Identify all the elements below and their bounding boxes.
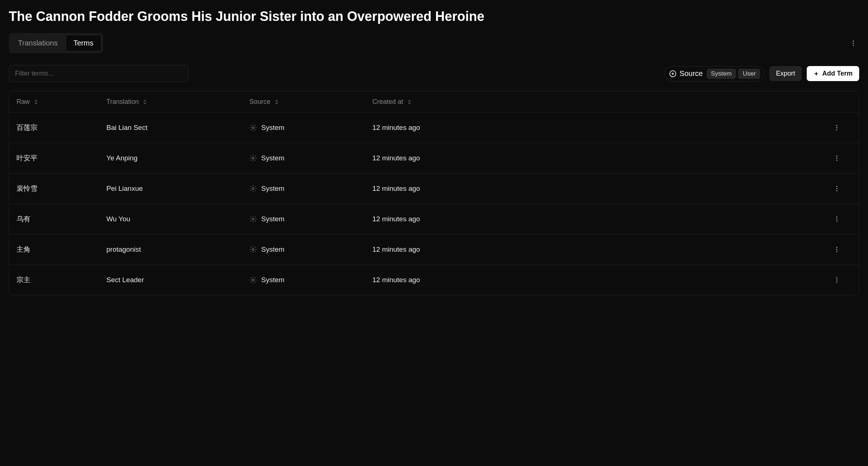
gear-icon [249,124,257,131]
cell-translation: Wu You [106,215,249,223]
svg-point-23 [836,221,837,222]
add-term-button[interactable]: Add Term [807,66,859,81]
svg-point-24 [252,249,254,251]
cell-raw: 宗主 [17,275,106,285]
row-more-icon[interactable] [822,215,851,223]
column-translation-label: Translation [106,98,139,106]
table-row: 百莲宗Bai Lian SectSystem12 minutes ago [9,113,859,143]
column-translation[interactable]: Translation [106,98,249,106]
row-more-icon[interactable] [822,276,851,284]
page-title: The Cannon Fodder Grooms His Junior Sist… [9,9,859,24]
sort-icon [142,99,147,105]
svg-point-22 [836,218,837,219]
source-filter-label: Source [679,69,703,78]
svg-point-10 [836,127,837,128]
cell-source: System [249,124,372,132]
svg-point-21 [836,216,837,218]
svg-point-14 [836,157,837,159]
cell-translation: protagonist [106,245,249,254]
cell-created-at: 12 minutes ago [372,215,822,223]
svg-point-30 [836,279,837,280]
source-filter[interactable]: Source System User [664,66,764,81]
page-more-icon[interactable] [847,37,859,49]
cell-translation: Pei Lianxue [106,185,249,193]
svg-point-12 [252,157,254,159]
tabs: Translations Terms [9,33,103,53]
cell-raw: 叶安平 [17,153,106,163]
svg-point-0 [853,40,854,41]
svg-point-20 [252,218,254,220]
svg-point-8 [252,127,254,129]
tab-translations[interactable]: Translations [11,35,65,51]
cell-raw: 百莲宗 [17,123,106,132]
cell-raw: 主角 [17,245,106,254]
gear-icon [249,276,257,284]
svg-point-18 [836,188,837,189]
svg-point-2 [853,45,854,46]
row-more-icon[interactable] [822,185,851,192]
svg-point-9 [836,125,837,126]
svg-point-1 [853,43,854,44]
gear-icon [249,246,257,253]
cell-source: System [249,154,372,162]
column-created-at[interactable]: Created at [372,98,822,106]
svg-point-13 [836,156,837,157]
plus-icon [813,71,819,77]
column-source-label: Source [249,98,270,106]
gear-icon [249,154,257,162]
svg-point-29 [836,277,837,278]
table-row: 裴怜雪Pei LianxueSystem12 minutes ago [9,174,859,204]
table-row: 乌有Wu YouSystem12 minutes ago [9,204,859,234]
cell-created-at: 12 minutes ago [372,154,822,162]
svg-point-19 [836,190,837,191]
cell-created-at: 12 minutes ago [372,185,822,193]
cell-created-at: 12 minutes ago [372,276,822,284]
cell-source: System [249,185,372,193]
row-more-icon[interactable] [822,154,851,162]
cell-translation: Sect Leader [106,276,249,284]
add-term-label: Add Term [822,70,853,77]
cell-raw: 裴怜雪 [17,184,106,193]
sort-icon [274,99,279,105]
cell-created-at: 12 minutes ago [372,124,822,132]
export-button[interactable]: Export [769,66,802,81]
svg-point-28 [252,279,254,281]
gear-icon [249,215,257,223]
column-source[interactable]: Source [249,98,372,106]
svg-point-17 [836,186,837,187]
sort-icon [33,99,39,105]
cell-source: System [249,245,372,254]
svg-point-26 [836,249,837,250]
row-more-icon[interactable] [822,124,851,131]
column-raw[interactable]: Raw [17,98,106,106]
table-row: 宗主Sect LeaderSystem12 minutes ago [9,265,859,295]
sort-icon [407,99,412,105]
table-row: 叶安平Ye AnpingSystem12 minutes ago [9,143,859,174]
cell-translation: Bai Lian Sect [106,124,249,132]
filter-input[interactable] [9,65,189,82]
svg-point-15 [836,160,837,161]
source-chip-system[interactable]: System [707,69,736,79]
plus-circle-icon [669,70,676,77]
row-more-icon[interactable] [822,246,851,253]
table-row: 主角protagonistSystem12 minutes ago [9,234,859,265]
gear-icon [249,185,257,192]
tab-terms[interactable]: Terms [66,35,101,51]
svg-point-25 [836,247,837,248]
terms-table: Raw Translation Source Created at 百莲宗Bai… [9,91,859,295]
svg-point-27 [836,251,837,252]
cell-translation: Ye Anping [106,154,249,162]
column-raw-label: Raw [17,98,30,106]
svg-point-11 [836,129,837,130]
cell-created-at: 12 minutes ago [372,245,822,254]
cell-source: System [249,276,372,284]
cell-raw: 乌有 [17,214,106,224]
source-chip-user[interactable]: User [738,69,760,79]
cell-source: System [249,215,372,223]
svg-point-16 [252,188,254,190]
column-created-at-label: Created at [372,98,403,106]
svg-point-31 [836,281,837,283]
